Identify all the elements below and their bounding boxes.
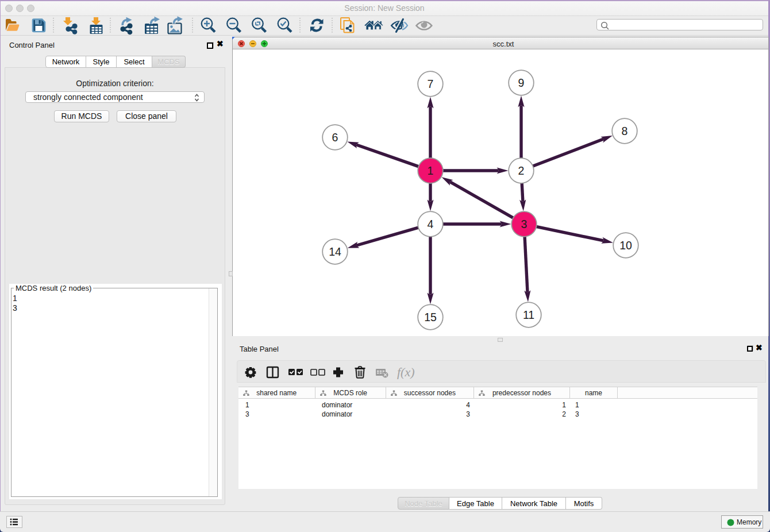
svg-text:9: 9 xyxy=(518,76,525,89)
svg-text:6: 6 xyxy=(332,131,338,144)
svg-text:10: 10 xyxy=(619,239,632,252)
svg-text:15: 15 xyxy=(424,311,437,323)
svg-text:14: 14 xyxy=(329,245,341,258)
svg-text:11: 11 xyxy=(523,309,534,321)
svg-text:7: 7 xyxy=(428,78,434,90)
svg-text:8: 8 xyxy=(622,125,628,137)
svg-text:f(x): f(x) xyxy=(397,365,415,379)
svg-text:4: 4 xyxy=(428,218,434,230)
svg-text:1: 1 xyxy=(428,164,434,177)
svg-text:2: 2 xyxy=(518,164,525,177)
svg-text:3: 3 xyxy=(521,218,528,230)
